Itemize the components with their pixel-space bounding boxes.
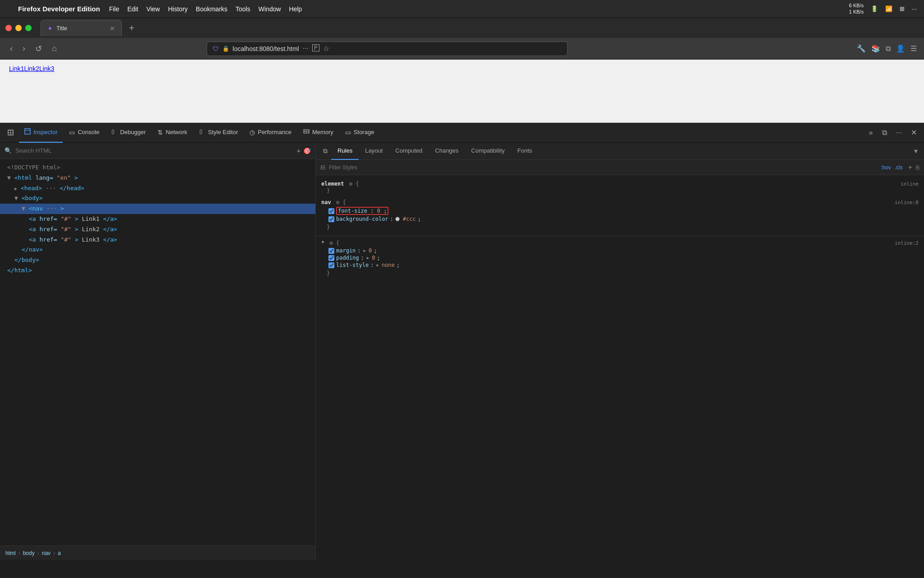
tree-nav-close[interactable]: </nav> bbox=[0, 245, 315, 255]
developer-tools-icon[interactable]: 🔧 bbox=[857, 44, 866, 53]
controlcenter-icon: ⊞ bbox=[900, 5, 905, 12]
devtools-menu-button[interactable]: ··· bbox=[892, 127, 906, 139]
maximize-window-button[interactable] bbox=[25, 25, 32, 31]
add-node-button[interactable]: + bbox=[297, 147, 300, 154]
tab-close-button[interactable]: ✕ bbox=[110, 25, 115, 32]
new-tab-button[interactable]: + bbox=[125, 21, 138, 35]
subtab-computed[interactable]: Computed bbox=[389, 143, 429, 160]
collapse-nav-icon[interactable]: ▼ bbox=[22, 205, 29, 212]
tree-nav-open[interactable]: ▼ <nav ··· > bbox=[0, 204, 315, 214]
tree-link-1[interactable]: <a href= "#" > Link1 </a> bbox=[0, 214, 315, 224]
home-button[interactable]: ⌂ bbox=[49, 42, 60, 55]
menu-edit[interactable]: Edit bbox=[127, 5, 138, 13]
filter-styles-input[interactable] bbox=[329, 164, 877, 171]
prop-margin-line: margin : ▶ 0 ; bbox=[328, 247, 919, 254]
browser-tab[interactable]: ✦ Title ✕ bbox=[41, 20, 122, 36]
svg-text:{}: {} bbox=[199, 129, 203, 134]
a-tag-3-open: <a bbox=[29, 236, 39, 243]
layout-panel-button[interactable]: ⧉ bbox=[319, 144, 331, 158]
reload-button[interactable]: ↺ bbox=[32, 42, 45, 56]
subtab-layout[interactable]: Layout bbox=[359, 143, 389, 160]
element-picker-button[interactable] bbox=[4, 126, 18, 139]
padding-expand-icon[interactable]: ▶ bbox=[367, 256, 369, 260]
pseudo-class-hover-button[interactable]: :hov bbox=[881, 164, 891, 171]
tab-memory[interactable]: Memory bbox=[298, 123, 339, 143]
collapse-head-icon[interactable]: ▶ bbox=[14, 186, 20, 191]
profile-icon[interactable]: 👤 bbox=[896, 44, 905, 53]
font-size-semi: ; bbox=[383, 208, 387, 214]
nav-rule-close: } bbox=[321, 224, 919, 232]
menu-view[interactable]: View bbox=[146, 5, 160, 13]
menu-history[interactable]: History bbox=[168, 5, 188, 13]
subtab-fonts[interactable]: Fonts bbox=[511, 143, 539, 160]
menu-help[interactable]: Help bbox=[289, 5, 302, 13]
tree-body-open[interactable]: ▼ <body> bbox=[0, 193, 315, 204]
prop-bg-color-checkbox[interactable] bbox=[328, 216, 334, 222]
close-devtools-button[interactable]: ✕ bbox=[907, 126, 920, 139]
breadcrumb-a[interactable]: a bbox=[58, 550, 61, 556]
page-link-3[interactable]: Link3 bbox=[39, 65, 54, 72]
menu-window[interactable]: Window bbox=[259, 5, 281, 13]
prop-list-style-checkbox[interactable] bbox=[328, 262, 334, 268]
prop-font-size-checkbox[interactable] bbox=[328, 208, 334, 214]
menu-tools[interactable]: Tools bbox=[236, 5, 250, 13]
prop-margin-checkbox[interactable] bbox=[328, 248, 334, 254]
subtab-changes[interactable]: Changes bbox=[429, 143, 465, 160]
nav-rule-source: inline:8 bbox=[895, 200, 919, 205]
close-window-button[interactable] bbox=[5, 25, 12, 31]
menu-bookmarks[interactable]: Bookmarks bbox=[196, 5, 227, 13]
tab-storage[interactable]: ▭ Storage bbox=[340, 123, 380, 143]
tree-link-3[interactable]: <a href= "#" > Link3 </a> bbox=[0, 235, 315, 245]
subtab-compatibility[interactable]: Compatibility bbox=[465, 143, 511, 160]
more-tools-button[interactable]: » bbox=[865, 127, 877, 139]
tree-html-close[interactable]: </html> bbox=[0, 266, 315, 276]
html-tag-open: <html bbox=[14, 174, 36, 181]
tab-console[interactable]: ▭ Console bbox=[64, 123, 105, 143]
menu-file[interactable]: File bbox=[109, 5, 120, 13]
menu-items: File Edit View History Bookmarks Tools W… bbox=[109, 5, 302, 13]
list-style-expand-icon[interactable]: ▶ bbox=[376, 263, 379, 267]
address-bar[interactable]: 🛡 🔒 localhost:8080/test.html ··· 🄿 ☆ bbox=[207, 42, 568, 56]
pick-node-button[interactable]: 🎯 bbox=[303, 147, 311, 154]
more-options-icon[interactable]: ··· bbox=[303, 44, 309, 53]
tree-link-2[interactable]: <a href= "#" > Link2 </a> bbox=[0, 224, 315, 235]
breadcrumb-html[interactable]: html bbox=[5, 550, 16, 556]
copy-rules-button[interactable]: ⎘ bbox=[916, 164, 919, 171]
a-tag-1-open: <a bbox=[29, 215, 39, 222]
pocket-icon[interactable]: 🄿 bbox=[312, 44, 319, 53]
tab-network[interactable]: ⇅ Network bbox=[152, 123, 193, 143]
forward-button[interactable]: › bbox=[20, 42, 28, 55]
sidebar-icon[interactable]: ⧉ bbox=[886, 45, 891, 53]
collapse-html-icon[interactable]: ▼ bbox=[7, 174, 14, 181]
bg-color-swatch[interactable] bbox=[395, 217, 400, 221]
tab-inspector[interactable]: Inspector bbox=[19, 123, 63, 143]
collapse-body-icon[interactable]: ▼ bbox=[14, 195, 22, 201]
search-html-input[interactable] bbox=[15, 147, 293, 154]
pseudo-class-cls-button[interactable]: .cls bbox=[895, 164, 903, 171]
tab-debugger[interactable]: {} Debugger bbox=[106, 123, 151, 143]
breadcrumb-body[interactable]: body bbox=[23, 550, 35, 556]
breadcrumb-nav[interactable]: nav bbox=[42, 550, 51, 556]
bookmark-icon[interactable]: ☆ bbox=[323, 44, 329, 53]
dock-button[interactable]: ⧉ bbox=[878, 127, 891, 139]
css-panel-expand-icon[interactable]: ▾ bbox=[911, 145, 920, 157]
page-link-2[interactable]: Link2 bbox=[24, 65, 39, 72]
a-end-1: </a> bbox=[103, 215, 117, 222]
css-rule-nav: nav ⚙ { inline:8 font-size : bbox=[316, 197, 924, 234]
hamburger-menu-icon[interactable]: ☰ bbox=[910, 44, 917, 53]
page-link-1[interactable]: Link1 bbox=[9, 65, 24, 72]
library-icon[interactable]: 📚 bbox=[871, 44, 880, 53]
tab-style-editor[interactable]: {} Style Editor bbox=[194, 123, 243, 143]
tree-html-open[interactable]: ▼ <html lang= "en" > bbox=[0, 173, 315, 183]
html-lang-attr: lang= bbox=[36, 174, 53, 181]
tree-doctype[interactable]: <!DOCTYPE html> bbox=[0, 163, 315, 173]
tab-performance[interactable]: ◷ Performance bbox=[244, 123, 296, 143]
add-rule-button[interactable]: + bbox=[908, 163, 912, 172]
minimize-window-button[interactable] bbox=[15, 25, 22, 31]
prop-padding-checkbox[interactable] bbox=[328, 255, 334, 261]
tree-body-close[interactable]: </body> bbox=[0, 255, 315, 266]
subtab-rules[interactable]: Rules bbox=[331, 143, 359, 160]
back-button[interactable]: ‹ bbox=[7, 42, 15, 55]
tree-head[interactable]: ▶ <head> ··· </head> bbox=[0, 183, 315, 194]
margin-expand-icon[interactable]: ▶ bbox=[364, 248, 366, 253]
